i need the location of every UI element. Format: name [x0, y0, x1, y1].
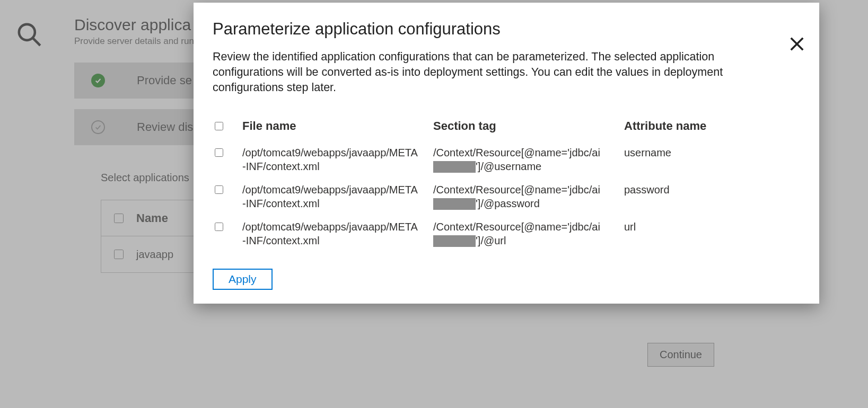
redacted-text	[433, 198, 476, 210]
param-row: /opt/tomcat9/webapps/javaapp/META-INF/co…	[213, 146, 800, 173]
param-row-attr: url	[624, 220, 800, 234]
param-row: /opt/tomcat9/webapps/javaapp/META-INF/co…	[213, 183, 800, 210]
param-row-section: /Context/Resource[@name='jdbc/ai']/@pass…	[433, 183, 624, 210]
header-section: Section tag	[433, 119, 624, 134]
header-attr: Attribute name	[624, 119, 800, 134]
param-select-all-checkbox[interactable]	[215, 122, 223, 130]
param-row-file: /opt/tomcat9/webapps/javaapp/META-INF/co…	[242, 146, 433, 173]
redacted-text	[433, 161, 476, 173]
param-row-file: /opt/tomcat9/webapps/javaapp/META-INF/co…	[242, 220, 433, 247]
header-file: File name	[242, 119, 433, 134]
param-table: File name Section tag Attribute name /op…	[213, 119, 800, 247]
param-row-attr: username	[624, 146, 800, 159]
parameterize-modal: Parameterize application configurations …	[194, 3, 819, 304]
param-row-section: /Context/Resource[@name='jdbc/ai']/@user…	[433, 146, 624, 173]
param-row-checkbox[interactable]	[215, 185, 223, 194]
param-row-attr: password	[624, 183, 800, 197]
redacted-text	[433, 235, 476, 247]
modal-description: Review the identified application config…	[213, 49, 780, 95]
param-row-file: /opt/tomcat9/webapps/javaapp/META-INF/co…	[242, 183, 433, 210]
modal-title: Parameterize application configurations	[213, 20, 800, 39]
param-row-section: /Context/Resource[@name='jdbc/ai']/@url	[433, 220, 624, 247]
param-row: /opt/tomcat9/webapps/javaapp/META-INF/co…	[213, 220, 800, 247]
apply-button[interactable]: Apply	[213, 269, 273, 290]
param-table-header: File name Section tag Attribute name	[213, 119, 800, 134]
param-row-checkbox[interactable]	[215, 223, 223, 231]
param-row-checkbox[interactable]	[215, 148, 223, 157]
close-button[interactable]	[785, 32, 809, 56]
